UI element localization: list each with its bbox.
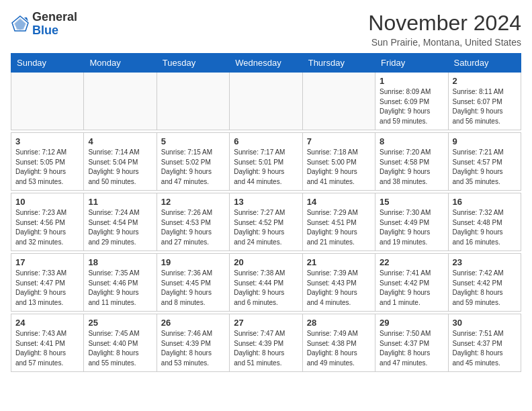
- day-info: Sunrise: 7:39 AM Sunset: 4:43 PM Dayligh…: [307, 269, 371, 308]
- location-subtitle: Sun Prairie, Montana, United States: [368, 37, 521, 48]
- weekday-header: Saturday: [448, 54, 521, 73]
- day-number: 24: [15, 318, 79, 328]
- day-number: 22: [380, 257, 443, 267]
- day-number: 16: [453, 197, 517, 207]
- day-number: 19: [161, 257, 225, 267]
- page-header: General Blue November 2024 Sun Prairie, …: [11, 11, 521, 48]
- weekday-header: Friday: [375, 54, 448, 73]
- day-info: Sunrise: 7:35 AM Sunset: 4:46 PM Dayligh…: [88, 269, 152, 308]
- day-number: 10: [15, 197, 79, 207]
- calendar-day-cell: 23Sunrise: 7:42 AM Sunset: 4:42 PM Dayli…: [448, 254, 521, 312]
- day-info: Sunrise: 7:18 AM Sunset: 5:00 PM Dayligh…: [307, 148, 371, 187]
- calendar-day-cell: 19Sunrise: 7:36 AM Sunset: 4:45 PM Dayli…: [157, 254, 229, 312]
- day-info: Sunrise: 7:14 AM Sunset: 5:04 PM Dayligh…: [88, 148, 152, 187]
- calendar-day-cell: 12Sunrise: 7:26 AM Sunset: 4:53 PM Dayli…: [157, 193, 229, 251]
- day-number: 27: [234, 318, 298, 328]
- day-info: Sunrise: 7:32 AM Sunset: 4:48 PM Dayligh…: [453, 208, 517, 247]
- calendar-week-row: 10Sunrise: 7:23 AM Sunset: 4:56 PM Dayli…: [11, 193, 521, 251]
- calendar-day-cell: 26Sunrise: 7:46 AM Sunset: 4:39 PM Dayli…: [157, 314, 229, 372]
- day-info: Sunrise: 7:33 AM Sunset: 4:47 PM Dayligh…: [15, 269, 79, 308]
- day-number: 20: [234, 257, 298, 267]
- day-number: 2: [453, 76, 517, 86]
- day-info: Sunrise: 7:12 AM Sunset: 5:05 PM Dayligh…: [15, 148, 79, 187]
- day-number: 28: [307, 318, 371, 328]
- day-info: Sunrise: 7:29 AM Sunset: 4:51 PM Dayligh…: [307, 208, 371, 247]
- day-info: Sunrise: 7:23 AM Sunset: 4:56 PM Dayligh…: [15, 208, 79, 247]
- day-info: Sunrise: 7:36 AM Sunset: 4:45 PM Dayligh…: [161, 269, 225, 308]
- day-number: 7: [307, 136, 371, 146]
- day-info: Sunrise: 7:51 AM Sunset: 4:37 PM Dayligh…: [453, 329, 517, 368]
- day-info: Sunrise: 7:42 AM Sunset: 4:42 PM Dayligh…: [453, 269, 517, 308]
- calendar-week-row: 17Sunrise: 7:33 AM Sunset: 4:47 PM Dayli…: [11, 254, 521, 312]
- weekday-header: Wednesday: [230, 54, 302, 73]
- logo-general: General: [32, 10, 77, 24]
- calendar-day-cell: 9Sunrise: 7:21 AM Sunset: 4:57 PM Daylig…: [448, 133, 521, 191]
- day-number: 13: [234, 197, 298, 207]
- day-number: 23: [453, 257, 517, 267]
- calendar-day-cell: 6Sunrise: 7:17 AM Sunset: 5:01 PM Daylig…: [230, 133, 302, 191]
- day-number: 25: [88, 318, 152, 328]
- day-number: 1: [380, 76, 443, 86]
- day-info: Sunrise: 7:49 AM Sunset: 4:38 PM Dayligh…: [307, 329, 371, 368]
- calendar-day-cell: 13Sunrise: 7:27 AM Sunset: 4:52 PM Dayli…: [230, 193, 302, 251]
- calendar-day-cell: 30Sunrise: 7:51 AM Sunset: 4:37 PM Dayli…: [448, 314, 521, 372]
- day-number: 18: [88, 257, 152, 267]
- calendar-day-cell: 1Sunrise: 8:09 AM Sunset: 6:09 PM Daylig…: [375, 73, 448, 130]
- day-number: 21: [307, 257, 371, 267]
- calendar-day-cell: 28Sunrise: 7:49 AM Sunset: 4:38 PM Dayli…: [302, 314, 375, 372]
- calendar-week-row: 24Sunrise: 7:43 AM Sunset: 4:41 PM Dayli…: [11, 314, 521, 372]
- calendar-table: SundayMondayTuesdayWednesdayThursdayFrid…: [11, 53, 521, 372]
- day-number: 3: [15, 136, 79, 146]
- day-number: 30: [453, 318, 517, 328]
- calendar-day-cell: 15Sunrise: 7:30 AM Sunset: 4:49 PM Dayli…: [375, 193, 448, 251]
- calendar-day-cell: 10Sunrise: 7:23 AM Sunset: 4:56 PM Dayli…: [11, 193, 84, 251]
- day-number: 11: [88, 197, 152, 207]
- logo-icon: [11, 15, 30, 34]
- day-info: Sunrise: 7:15 AM Sunset: 5:02 PM Dayligh…: [161, 148, 225, 187]
- weekday-header: Tuesday: [157, 54, 229, 73]
- calendar-day-cell: [84, 73, 157, 130]
- logo-blue: Blue: [32, 24, 58, 37]
- day-info: Sunrise: 7:20 AM Sunset: 4:58 PM Dayligh…: [380, 148, 443, 187]
- weekday-header: Monday: [84, 54, 157, 73]
- day-info: Sunrise: 7:17 AM Sunset: 5:01 PM Dayligh…: [234, 148, 298, 187]
- day-info: Sunrise: 7:30 AM Sunset: 4:49 PM Dayligh…: [380, 208, 443, 247]
- day-number: 14: [307, 197, 371, 207]
- calendar-day-cell: 2Sunrise: 8:11 AM Sunset: 6:07 PM Daylig…: [448, 73, 521, 130]
- day-info: Sunrise: 7:24 AM Sunset: 4:54 PM Dayligh…: [88, 208, 152, 247]
- day-number: 5: [161, 136, 225, 146]
- calendar-day-cell: 17Sunrise: 7:33 AM Sunset: 4:47 PM Dayli…: [11, 254, 84, 312]
- calendar-day-cell: 21Sunrise: 7:39 AM Sunset: 4:43 PM Dayli…: [302, 254, 375, 312]
- logo: General Blue: [11, 11, 77, 38]
- calendar-day-cell: 11Sunrise: 7:24 AM Sunset: 4:54 PM Dayli…: [84, 193, 157, 251]
- calendar-day-cell: 4Sunrise: 7:14 AM Sunset: 5:04 PM Daylig…: [84, 133, 157, 191]
- calendar-day-cell: 3Sunrise: 7:12 AM Sunset: 5:05 PM Daylig…: [11, 133, 84, 191]
- day-info: Sunrise: 8:11 AM Sunset: 6:07 PM Dayligh…: [453, 87, 517, 126]
- day-number: 29: [380, 318, 443, 328]
- calendar-week-row: 1Sunrise: 8:09 AM Sunset: 6:09 PM Daylig…: [11, 73, 521, 130]
- calendar-day-cell: 27Sunrise: 7:47 AM Sunset: 4:39 PM Dayli…: [230, 314, 302, 372]
- calendar-day-cell: 25Sunrise: 7:45 AM Sunset: 4:40 PM Dayli…: [84, 314, 157, 372]
- day-info: Sunrise: 7:27 AM Sunset: 4:52 PM Dayligh…: [234, 208, 298, 247]
- calendar-day-cell: 22Sunrise: 7:41 AM Sunset: 4:42 PM Dayli…: [375, 254, 448, 312]
- calendar-day-cell: 8Sunrise: 7:20 AM Sunset: 4:58 PM Daylig…: [375, 133, 448, 191]
- day-number: 8: [380, 136, 443, 146]
- day-info: Sunrise: 8:09 AM Sunset: 6:09 PM Dayligh…: [380, 87, 443, 126]
- calendar-day-cell: 24Sunrise: 7:43 AM Sunset: 4:41 PM Dayli…: [11, 314, 84, 372]
- day-number: 26: [161, 318, 225, 328]
- calendar-day-cell: [302, 73, 375, 130]
- day-info: Sunrise: 7:21 AM Sunset: 4:57 PM Dayligh…: [453, 148, 517, 187]
- day-number: 15: [380, 197, 443, 207]
- day-number: 6: [234, 136, 298, 146]
- calendar-week-row: 3Sunrise: 7:12 AM Sunset: 5:05 PM Daylig…: [11, 133, 521, 191]
- day-info: Sunrise: 7:38 AM Sunset: 4:44 PM Dayligh…: [234, 269, 298, 308]
- calendar-header-row: SundayMondayTuesdayWednesdayThursdayFrid…: [11, 54, 521, 73]
- day-number: 4: [88, 136, 152, 146]
- calendar-day-cell: 14Sunrise: 7:29 AM Sunset: 4:51 PM Dayli…: [302, 193, 375, 251]
- month-year-title: November 2024: [368, 11, 521, 36]
- calendar-day-cell: 18Sunrise: 7:35 AM Sunset: 4:46 PM Dayli…: [84, 254, 157, 312]
- calendar-day-cell: 20Sunrise: 7:38 AM Sunset: 4:44 PM Dayli…: [230, 254, 302, 312]
- calendar-day-cell: 29Sunrise: 7:50 AM Sunset: 4:37 PM Dayli…: [375, 314, 448, 372]
- day-info: Sunrise: 7:50 AM Sunset: 4:37 PM Dayligh…: [380, 329, 443, 368]
- day-info: Sunrise: 7:45 AM Sunset: 4:40 PM Dayligh…: [88, 329, 152, 368]
